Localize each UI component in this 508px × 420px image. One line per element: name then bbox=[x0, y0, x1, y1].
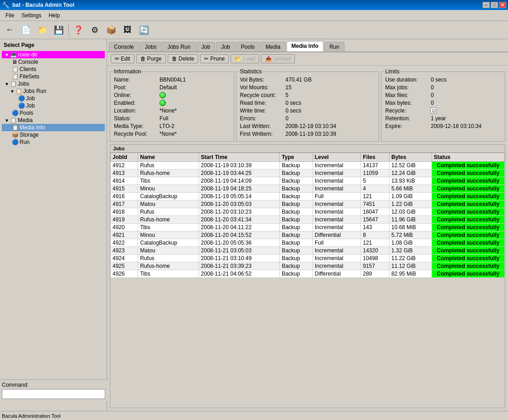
purge-button[interactable]: 🗑 Purge bbox=[136, 54, 166, 63]
sidebar-label-console: Console bbox=[18, 59, 38, 65]
purge-icon: 🗑 bbox=[140, 56, 146, 62]
tab-job2[interactable]: Job bbox=[216, 42, 235, 51]
tab-jobs[interactable]: Jobs bbox=[140, 42, 161, 51]
toolbar-save-btn[interactable]: 💾 bbox=[51, 22, 67, 38]
tab-media[interactable]: Media bbox=[261, 42, 286, 51]
tab-job1[interactable]: Job bbox=[196, 42, 215, 51]
cell-name: CatalogBackup bbox=[138, 239, 199, 247]
cell-jobid: 4926 bbox=[111, 270, 138, 278]
cell-jobid: 4925 bbox=[111, 262, 138, 270]
table-row[interactable]: 4916 CatalogBackup 2008-11-19 05:05:14 B… bbox=[111, 193, 505, 200]
stat-row-writetime: Write time: 0 secs bbox=[240, 108, 375, 114]
stat-row-recyclecount: Recycle count: 5 bbox=[240, 92, 375, 98]
cell-files: 5 bbox=[361, 177, 390, 185]
close-button[interactable]: ✕ bbox=[499, 2, 506, 8]
table-row[interactable]: 4920 Tibs 2008-11-20 04:11:22 Backup Inc… bbox=[111, 224, 505, 231]
toolbar-page-btn[interactable]: 📄 bbox=[18, 22, 34, 38]
cell-status: Completed successfully bbox=[432, 177, 505, 185]
cell-name: Matou bbox=[138, 200, 199, 208]
online-led bbox=[159, 92, 166, 98]
storage-icon: 📦 bbox=[12, 132, 19, 138]
sidebar-item-filesets[interactable]: 📋 FileSets bbox=[2, 73, 105, 80]
jobs-expand-icon[interactable]: ▼ bbox=[5, 82, 9, 87]
cell-type: Backup bbox=[280, 231, 313, 239]
table-row[interactable]: 4922 CatalogBackup 2008-11-20 05:05:36 B… bbox=[111, 239, 505, 247]
sidebar-item-run[interactable]: 🔵 Run bbox=[2, 138, 105, 146]
media-expand-icon[interactable]: ▼ bbox=[5, 118, 9, 123]
cell-type: Backup bbox=[280, 200, 313, 208]
stat-volbytes-value: 470.41 GB bbox=[286, 77, 312, 83]
cell-status: Completed successfully bbox=[432, 193, 505, 200]
cell-type: Backup bbox=[280, 169, 313, 177]
sidebar-item-jobs[interactable]: ▼ 📋 Jobs bbox=[2, 80, 105, 87]
edit-button[interactable]: ✏ Edit bbox=[111, 54, 134, 63]
stat-row-errors: Errors: 0 bbox=[240, 115, 375, 122]
table-row[interactable]: 4915 Minou 2008-11-19 04:18:25 Backup In… bbox=[111, 185, 505, 193]
sidebar-item-console[interactable]: 🖥 Console bbox=[2, 58, 105, 66]
toolbar-help-btn[interactable]: ❓ bbox=[71, 22, 86, 38]
menu-help[interactable]: Help bbox=[45, 11, 64, 20]
sidebar-item-pools[interactable]: 🔵 Pools bbox=[2, 109, 105, 117]
toolbar-refresh-btn[interactable]: 🔄 bbox=[136, 22, 152, 38]
tab-jobs-run[interactable]: Jobs Run bbox=[162, 42, 195, 51]
table-row[interactable]: 4912 Rufus 2008-11-19 03:10:39 Backup In… bbox=[111, 162, 505, 169]
cell-level: Incremental bbox=[313, 177, 361, 185]
command-input[interactable] bbox=[2, 389, 105, 399]
limit-row-maxjobs: Max jobs: 0 bbox=[385, 84, 501, 91]
table-row[interactable]: 4917 Matou 2008-11-20 03:05:03 Backup In… bbox=[111, 200, 505, 208]
stat-row-firstwritten: First Writtern: 2008-11-19 03:10:39 bbox=[240, 131, 375, 137]
sidebar-item-media[interactable]: ▼ 📋 Media bbox=[2, 117, 105, 124]
cell-type: Backup bbox=[280, 247, 313, 255]
load-button[interactable]: 📂 Load bbox=[231, 54, 259, 63]
stat-firstwritten-value: 2008-11-19 03:10:39 bbox=[286, 131, 336, 137]
col-status: Status bbox=[432, 153, 505, 162]
tab-console[interactable]: Console bbox=[109, 42, 139, 51]
table-row[interactable]: 4918 Rufus 2008-11-20 03:10:23 Backup In… bbox=[111, 208, 505, 216]
toolbar-gear-btn[interactable]: ⚙ bbox=[87, 22, 103, 38]
cell-status: Completed successfully bbox=[432, 216, 505, 224]
limits-panel: Limits Use duration: 0 secs Max jobs: 0 … bbox=[381, 68, 505, 142]
table-row[interactable]: 4925 Rufus-home 2008-11-21 03:39:23 Back… bbox=[111, 262, 505, 270]
table-row[interactable]: 4921 Minou 2008-11-20 04:15:52 Backup Di… bbox=[111, 231, 505, 239]
maximize-button[interactable]: □ bbox=[491, 2, 498, 8]
jobsrun-icon: 📋 bbox=[15, 88, 22, 94]
minimize-button[interactable]: − bbox=[482, 2, 490, 8]
sidebar-item-roxie-dir[interactable]: ▼ 💻 roxie-dir bbox=[2, 51, 105, 58]
cell-start: 2008-11-20 03:10:23 bbox=[199, 208, 280, 216]
sidebar-item-clients[interactable]: 📋 Clients bbox=[2, 66, 105, 73]
command-label: Command: bbox=[2, 382, 105, 388]
table-row[interactable]: 4914 Tibs 2008-11-19 04:14:09 Backup Inc… bbox=[111, 177, 505, 185]
table-row[interactable]: 4923 Matou 2008-11-21 03:05:03 Backup In… bbox=[111, 247, 505, 255]
cell-jobid: 4915 bbox=[111, 185, 138, 193]
sidebar-item-jobs-run[interactable]: ▼ 📋 Jobs Run bbox=[2, 87, 105, 95]
cell-status: Completed successfully bbox=[432, 208, 505, 216]
sidebar-item-media-info[interactable]: 📋 Media Info bbox=[2, 124, 105, 131]
sidebar-item-job1[interactable]: 🔵 Job bbox=[2, 95, 105, 102]
unload-button[interactable]: 📤 Unload bbox=[261, 54, 295, 63]
jobsrun-expand-icon[interactable]: ▼ bbox=[10, 89, 15, 94]
menu-settings[interactable]: Settings bbox=[18, 11, 45, 20]
table-row[interactable]: 4919 Rufus-home 2008-11-20 03:41:34 Back… bbox=[111, 216, 505, 224]
table-row[interactable]: 4913 Rufus-home 2008-11-19 03:44:25 Back… bbox=[111, 169, 505, 177]
table-row[interactable]: 4926 Tibs 2008-11-21 04:06:52 Backup Dif… bbox=[111, 270, 505, 278]
toolbar-folder-btn[interactable]: 📁 bbox=[35, 22, 50, 38]
jobs-table-container[interactable]: JobId Name Start Time Type Level Files B… bbox=[110, 153, 505, 408]
sidebar-item-storage[interactable]: 📦 Storage bbox=[2, 131, 105, 138]
toolbar-package-btn[interactable]: 📦 bbox=[103, 22, 119, 38]
cell-files: 4 bbox=[361, 185, 390, 193]
toolbar-image-btn[interactable]: 🖼 bbox=[120, 22, 135, 38]
expand-icon[interactable]: ▼ bbox=[5, 52, 9, 57]
tab-run[interactable]: Run bbox=[324, 42, 344, 51]
limit-row-useduration: Use duration: 0 secs bbox=[385, 77, 501, 83]
table-row[interactable]: 4924 Rufus 2008-11-21 03:10:49 Backup In… bbox=[111, 255, 505, 262]
cell-jobid: 4924 bbox=[111, 255, 138, 262]
delete-button[interactable]: 🗑 Delete bbox=[168, 54, 199, 63]
jobs-panel: Jobs JobId Name Start Time Type Level Fi… bbox=[110, 144, 505, 408]
cell-type: Backup bbox=[280, 239, 313, 247]
toolbar-arrow-btn[interactable]: ← bbox=[2, 22, 17, 38]
sidebar-item-job2[interactable]: 🔵 Job bbox=[2, 102, 105, 109]
menu-file[interactable]: File bbox=[2, 11, 18, 20]
tab-pools[interactable]: Pools bbox=[236, 42, 260, 51]
tab-media-info[interactable]: Media Info bbox=[287, 41, 323, 51]
prune-button[interactable]: ✂ Prune bbox=[200, 54, 229, 63]
